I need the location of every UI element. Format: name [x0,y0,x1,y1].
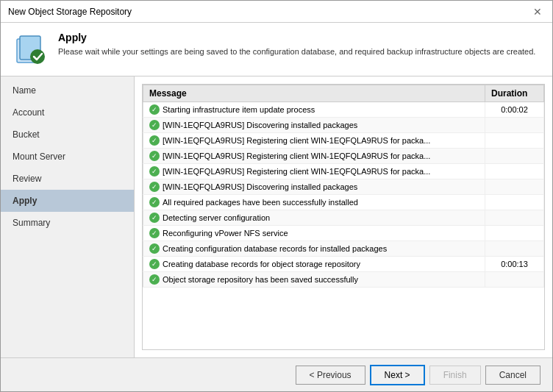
check-icon: ✓ [149,182,160,192]
log-duration-cell [485,241,544,257]
check-icon: ✓ [149,120,160,130]
log-table-wrapper[interactable]: Message Duration ✓Starting infrastructur… [142,84,545,350]
table-row: ✓Creating database records for object st… [143,257,544,272]
log-message: Reconfiguring vPower NFS service [163,229,288,238]
log-message: Detecting server configuration [163,213,270,222]
log-message: [WIN-1EQFQLA9RUS] Registering client WIN… [163,167,430,176]
sidebar-item-review[interactable]: Review [1,168,134,190]
sidebar: NameAccountBucketMount ServerReviewApply… [1,76,135,357]
table-row: ✓Starting infrastructure item update pro… [143,102,544,118]
content-area: NameAccountBucketMount ServerReviewApply… [1,76,552,357]
main-content: Message Duration ✓Starting infrastructur… [135,76,552,357]
check-icon: ✓ [149,135,160,146]
title-bar: New Object Storage Repository ✕ [1,1,552,23]
log-message-cell: ✓Reconfiguring vPower NFS service [143,226,485,241]
log-message-cell: ✓Starting infrastructure item update pro… [143,102,485,118]
header-title: Apply [58,32,535,43]
check-icon: ✓ [149,213,160,223]
log-message-cell: ✓[WIN-1EQFQLA9RUS] Registering client WI… [143,133,485,149]
table-row: ✓Reconfiguring vPower NFS service [143,226,544,241]
log-message-cell: ✓Object storage repository has been save… [143,272,485,288]
finish-button[interactable]: Finish [429,366,481,385]
table-row: ✓Detecting server configuration [143,210,544,226]
log-duration-cell: 0:00:13 [485,257,544,272]
log-message: Starting infrastructure item update proc… [163,105,315,114]
check-icon: ✓ [149,243,160,254]
log-table: Message Duration ✓Starting infrastructur… [143,85,544,288]
check-icon: ✓ [149,259,160,269]
sidebar-item-bucket[interactable]: Bucket [1,124,134,146]
close-button[interactable]: ✕ [530,6,545,18]
header-section: Apply Please wait while your settings ar… [1,23,552,76]
window: New Object Storage Repository ✕ Apply Pl… [0,0,553,392]
table-row: ✓All required packages have been success… [143,195,544,210]
log-duration-cell [485,195,544,210]
log-duration-cell: 0:00:02 [485,102,544,118]
log-message: Creating database records for object sto… [163,260,360,268]
log-message-cell: ✓Detecting server configuration [143,210,485,226]
table-row: ✓Object storage repository has been save… [143,272,544,288]
sidebar-item-account[interactable]: Account [1,101,134,124]
sidebar-item-name[interactable]: Name [1,79,134,101]
log-message: [WIN-1EQFQLA9RUS] Registering client WIN… [163,136,430,145]
check-icon: ✓ [149,228,160,238]
table-row: ✓[WIN-1EQFQLA9RUS] Discovering installed… [143,118,544,133]
header-text: Apply Please wait while your settings ar… [58,32,535,57]
log-message-cell: ✓[WIN-1EQFQLA9RUS] Discovering installed… [143,118,485,133]
table-row: ✓[WIN-1EQFQLA9RUS] Registering client WI… [143,149,544,164]
table-row: ✓[WIN-1EQFQLA9RUS] Discovering installed… [143,179,544,195]
log-message: [WIN-1EQFQLA9RUS] Discovering installed … [163,121,357,129]
log-duration-cell [485,133,544,149]
log-message-cell: ✓Creating configuration database records… [143,241,485,257]
log-message-cell: ✓All required packages have been success… [143,195,485,210]
log-message-cell: ✓[WIN-1EQFQLA9RUS] Registering client WI… [143,164,485,179]
check-icon: ✓ [149,197,160,207]
log-message: [WIN-1EQFQLA9RUS] Registering client WIN… [163,152,430,160]
log-duration-cell [485,210,544,226]
cancel-button[interactable]: Cancel [485,366,540,385]
log-message: Creating configuration database records … [163,244,387,253]
sidebar-item-summary[interactable]: Summary [1,212,134,234]
log-message-cell: ✓Creating database records for object st… [143,257,485,272]
header-icon [13,32,48,67]
sidebar-item-mount-server[interactable]: Mount Server [1,146,134,168]
check-icon: ✓ [149,151,160,161]
log-duration-cell [485,226,544,241]
footer: < Previous Next > Finish Cancel [1,357,552,391]
log-message-cell: ✓[WIN-1EQFQLA9RUS] Discovering installed… [143,179,485,195]
table-row: ✓[WIN-1EQFQLA9RUS] Registering client WI… [143,133,544,149]
svg-point-2 [30,49,45,64]
col-duration: Duration [485,85,544,102]
sidebar-item-apply[interactable]: Apply [1,190,134,212]
previous-button[interactable]: < Previous [296,366,365,385]
log-message: Object storage repository has been saved… [163,275,358,284]
log-duration-cell [485,272,544,288]
log-message-cell: ✓[WIN-1EQFQLA9RUS] Registering client WI… [143,149,485,164]
log-duration-cell [485,118,544,133]
log-duration-cell [485,179,544,195]
window-title: New Object Storage Repository [8,7,132,17]
check-icon: ✓ [149,104,160,115]
next-button[interactable]: Next > [370,365,425,385]
log-duration-cell [485,149,544,164]
log-message: [WIN-1EQFQLA9RUS] Discovering installed … [163,182,357,191]
header-description: Please wait while your settings are bein… [58,46,535,57]
log-message: All required packages have been successf… [163,198,358,207]
check-icon: ✓ [149,274,160,285]
col-message: Message [143,85,485,102]
table-row: ✓Creating configuration database records… [143,241,544,257]
table-row: ✓[WIN-1EQFQLA9RUS] Registering client WI… [143,164,544,179]
log-duration-cell [485,164,544,179]
check-icon: ✓ [149,166,160,177]
